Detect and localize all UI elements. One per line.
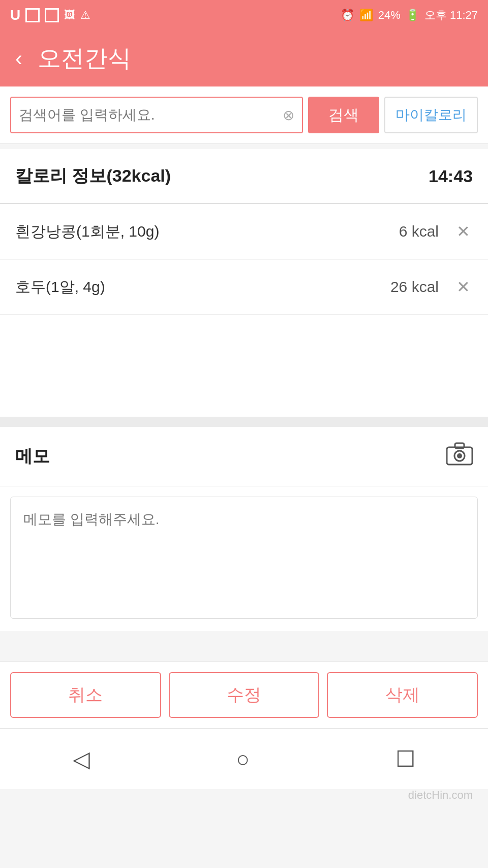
calorie-title: 칼로리 정보(32kcal) bbox=[15, 164, 171, 188]
battery-icon: 🔋 bbox=[406, 9, 419, 22]
search-input[interactable] bbox=[19, 107, 283, 123]
nav-back-button[interactable]: ◁ bbox=[57, 741, 105, 777]
food-item-2: 호두(1알, 4g) 26 kcal ✕ bbox=[0, 259, 488, 315]
battery-text: 24% bbox=[378, 9, 401, 22]
memo-label: 메모 bbox=[15, 445, 50, 468]
watermark: dietcHin.com bbox=[408, 789, 473, 802]
bottom-spacer bbox=[0, 631, 488, 661]
wifi-icon: 📶 bbox=[359, 9, 373, 22]
header: ‹ 오전간식 bbox=[0, 31, 488, 86]
calorie-section: 칼로리 정보(32kcal) 14:43 흰강낭콩(1회분, 10g) 6 kc… bbox=[0, 149, 488, 417]
memo-section: 메모 bbox=[0, 427, 488, 631]
app-icon: U bbox=[10, 7, 20, 23]
image-icon: 🖼 bbox=[64, 9, 75, 22]
status-bar-right: ⏰ 📶 24% 🔋 오후 11:27 bbox=[341, 8, 478, 23]
camera-button[interactable] bbox=[446, 442, 473, 471]
svg-rect-2 bbox=[455, 443, 464, 448]
edit-button[interactable]: 수정 bbox=[169, 672, 320, 718]
search-section: ⊗ 검색 마이칼로리 bbox=[0, 86, 488, 144]
mycalorie-button[interactable]: 마이칼로리 bbox=[384, 97, 478, 133]
food-right-2: 26 kcal ✕ bbox=[390, 275, 473, 299]
memo-input-wrapper bbox=[0, 486, 488, 631]
calorie-header: 칼로리 정보(32kcal) 14:43 bbox=[0, 149, 488, 204]
nav-home-button[interactable]: ○ bbox=[221, 741, 265, 777]
food-item-1: 흰강낭콩(1회분, 10g) 6 kcal ✕ bbox=[0, 204, 488, 259]
section-divider bbox=[0, 417, 488, 427]
food-name-1: 흰강낭콩(1회분, 10g) bbox=[15, 221, 159, 242]
memo-textarea[interactable] bbox=[10, 497, 478, 619]
search-button[interactable]: 검색 bbox=[308, 97, 379, 133]
alarm-icon: ⏰ bbox=[341, 9, 354, 22]
clear-icon[interactable]: ⊗ bbox=[283, 107, 294, 124]
remove-food-2-button[interactable]: ✕ bbox=[454, 275, 473, 299]
status-bar: U 🖼 ⚠ ⏰ 📶 24% 🔋 오후 11:27 bbox=[0, 0, 488, 31]
delete-button[interactable]: 삭제 bbox=[327, 672, 478, 718]
food-kcal-2: 26 kcal bbox=[390, 278, 439, 296]
remove-food-1-button[interactable]: ✕ bbox=[454, 219, 473, 244]
food-kcal-1: 6 kcal bbox=[399, 223, 439, 240]
cancel-button[interactable]: 취소 bbox=[10, 672, 161, 718]
square-icon-1 bbox=[25, 8, 40, 22]
calorie-time: 14:43 bbox=[429, 166, 473, 186]
time-display: 오후 11:27 bbox=[424, 8, 478, 23]
camera-icon bbox=[446, 445, 473, 470]
search-input-wrapper: ⊗ bbox=[10, 97, 303, 133]
nav-recent-button[interactable]: ☐ bbox=[380, 741, 431, 777]
page-title: 오전간식 bbox=[38, 43, 131, 74]
food-right-1: 6 kcal ✕ bbox=[399, 219, 473, 244]
back-button[interactable]: ‹ bbox=[15, 48, 22, 69]
memo-header: 메모 bbox=[0, 427, 488, 486]
nav-bar: ◁ ○ ☐ bbox=[0, 728, 488, 789]
food-name-2: 호두(1알, 4g) bbox=[15, 277, 105, 298]
svg-point-3 bbox=[457, 453, 462, 458]
square-icon-2 bbox=[45, 8, 59, 22]
empty-space bbox=[0, 315, 488, 417]
warning-icon: ⚠ bbox=[80, 9, 90, 22]
action-buttons: 취소 수정 삭제 bbox=[0, 661, 488, 728]
status-bar-left: U 🖼 ⚠ bbox=[10, 7, 90, 23]
